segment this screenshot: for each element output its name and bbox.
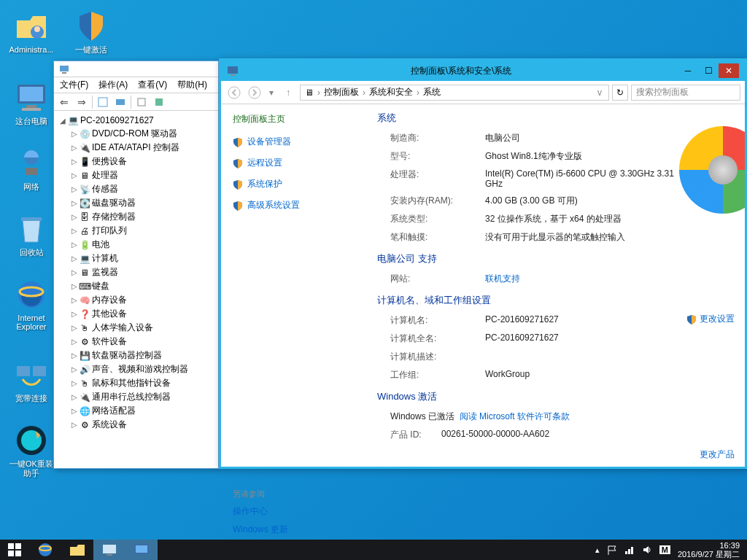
forward-icon[interactable]: ⇒ bbox=[74, 95, 89, 109]
toolbar-icon[interactable] bbox=[96, 95, 110, 109]
expand-icon[interactable]: ▷ bbox=[70, 338, 79, 346]
expand-icon[interactable]: ▷ bbox=[70, 158, 79, 166]
menu-help[interactable]: 帮助(H) bbox=[174, 77, 210, 93]
minimize-button[interactable]: ─ bbox=[678, 63, 698, 78]
tree-node[interactable]: ▷💽磁盘驱动器 bbox=[70, 196, 217, 210]
expand-icon[interactable]: ▷ bbox=[70, 268, 79, 276]
menu-view[interactable]: 查看(V) bbox=[135, 77, 170, 93]
taskbar-devmgr[interactable] bbox=[93, 540, 125, 560]
tray-ime-indicator[interactable]: M bbox=[659, 545, 670, 554]
windows-update-link[interactable]: Windows 更新 bbox=[233, 524, 355, 536]
expand-icon[interactable]: ▷ bbox=[70, 365, 79, 373]
tree-node[interactable]: ▷🗄存储控制器 bbox=[70, 210, 217, 224]
tree-node[interactable]: ▷💿DVD/CD-ROM 驱动器 bbox=[70, 127, 217, 141]
expand-icon[interactable]: ▷ bbox=[70, 379, 79, 387]
expand-icon[interactable]: ▷ bbox=[70, 421, 79, 429]
maximize-button[interactable]: ☐ bbox=[698, 63, 719, 78]
tray-clock[interactable]: 16:39 2016/9/27 星期二 bbox=[678, 541, 740, 559]
expand-icon[interactable]: ▷ bbox=[70, 393, 79, 401]
nav-history-button[interactable]: ▾ bbox=[266, 84, 276, 101]
breadcrumb[interactable]: 🖥 › 控制面板 › 系统和安全 › 系统 v bbox=[300, 85, 609, 101]
tree-node[interactable]: ▷⚙软件设备 bbox=[70, 335, 217, 349]
tree-node[interactable]: ▷🌐网络适配器 bbox=[70, 404, 217, 418]
toolbar-icon[interactable] bbox=[152, 95, 166, 109]
crumb-system[interactable]: 系统 bbox=[423, 86, 441, 98]
expand-icon[interactable]: ▷ bbox=[70, 213, 79, 221]
toolbar-icon[interactable] bbox=[113, 95, 128, 109]
sidebar-remote-link[interactable]: 远程设置 bbox=[233, 157, 355, 169]
device-tree[interactable]: ◢ 💻 PC-201609271627 ▷💿DVD/CD-ROM 驱动器▷🔌ID… bbox=[54, 111, 218, 468]
tree-node[interactable]: ▷🖥处理器 bbox=[70, 168, 217, 182]
nav-back-button[interactable] bbox=[225, 84, 243, 101]
close-button[interactable]: ✕ bbox=[719, 63, 739, 78]
tray-flag-icon[interactable] bbox=[607, 545, 617, 555]
desktop-icon-activate[interactable]: 一键激活 bbox=[66, 9, 117, 55]
chevron-down-icon[interactable]: v bbox=[595, 88, 604, 98]
expand-icon[interactable]: ▷ bbox=[70, 171, 79, 179]
expand-icon[interactable]: ▷ bbox=[70, 282, 79, 290]
sidebar-protect-link[interactable]: 系统保护 bbox=[233, 178, 355, 190]
desktop-icon-ie[interactable]: Internet Explorer bbox=[6, 277, 57, 331]
tray-network-icon[interactable] bbox=[624, 545, 635, 555]
tree-node[interactable]: ▷🔌IDE ATA/ATAPI 控制器 bbox=[70, 141, 217, 155]
expand-icon[interactable]: ▷ bbox=[70, 296, 79, 304]
expand-icon[interactable]: ▷ bbox=[70, 199, 79, 207]
tray-expand-icon[interactable]: ▴ bbox=[595, 545, 600, 555]
tree-node[interactable]: ▷⚙系统设备 bbox=[70, 418, 217, 432]
start-button[interactable] bbox=[0, 540, 29, 560]
change-product-link[interactable]: 更改产品 bbox=[700, 448, 735, 461]
menu-action[interactable]: 操作(A) bbox=[96, 77, 131, 93]
tree-node[interactable]: ▷🔋电池 bbox=[70, 238, 217, 252]
desktop-icon-network[interactable]: 网络 bbox=[6, 146, 57, 192]
refresh-button[interactable]: ↻ bbox=[612, 85, 628, 101]
tree-node[interactable]: ▷🔌通用串行总线控制器 bbox=[70, 390, 217, 404]
tree-root-node[interactable]: ◢ 💻 PC-201609271627 bbox=[58, 114, 217, 127]
tree-node[interactable]: ▷🖥监视器 bbox=[70, 265, 217, 279]
sidebar-advanced-link[interactable]: 高级系统设置 bbox=[233, 199, 355, 211]
expand-icon[interactable]: ▷ bbox=[70, 144, 79, 152]
tree-node[interactable]: ▷🧠内存设备 bbox=[70, 293, 217, 307]
tray-volume-icon[interactable] bbox=[642, 545, 652, 555]
expand-icon[interactable]: ▷ bbox=[70, 254, 79, 262]
tree-node[interactable]: ▷❓其他设备 bbox=[70, 307, 217, 321]
expand-icon[interactable]: ▷ bbox=[70, 227, 79, 235]
nav-forward-button[interactable] bbox=[246, 84, 263, 101]
taskbar-explorer[interactable] bbox=[61, 540, 93, 560]
tree-node[interactable]: ▷📱便携设备 bbox=[70, 155, 217, 168]
tree-node[interactable]: ▷📡传感器 bbox=[70, 182, 217, 196]
expand-icon[interactable]: ▷ bbox=[70, 351, 79, 359]
change-settings-link[interactable]: 更改设置 bbox=[686, 313, 735, 325]
back-icon[interactable]: ⇐ bbox=[57, 95, 71, 109]
crumb-home[interactable]: 控制面板 bbox=[324, 86, 359, 98]
desktop-icon-admin[interactable]: Administra... bbox=[6, 9, 57, 55]
nav-up-button[interactable]: ↑ bbox=[279, 84, 297, 101]
tree-node[interactable]: ▷⌨键盘 bbox=[70, 279, 217, 293]
crumb-security[interactable]: 系统和安全 bbox=[369, 86, 413, 98]
expand-icon[interactable]: ▷ bbox=[70, 310, 79, 318]
desktop-icon-recycle[interactable]: 回收站 bbox=[6, 211, 57, 257]
sidebar-devmgr-link[interactable]: 设备管理器 bbox=[233, 136, 355, 148]
expand-icon[interactable]: ▷ bbox=[70, 241, 79, 249]
cpl-titlebar[interactable]: 控制面板\系统和安全\系统 ─ ☐ ✕ bbox=[221, 61, 745, 81]
desktop-icon-broadband[interactable]: 宽带连接 bbox=[6, 357, 57, 403]
menu-file[interactable]: 文件(F) bbox=[57, 77, 91, 93]
action-center-link[interactable]: 操作中心 bbox=[233, 505, 355, 518]
collapse-icon[interactable]: ◢ bbox=[58, 117, 67, 125]
expand-icon[interactable]: ▷ bbox=[70, 185, 79, 193]
tree-node[interactable]: ▷🖱人体学输入设备 bbox=[70, 321, 217, 335]
toolbar-icon[interactable] bbox=[134, 95, 149, 109]
search-input[interactable]: 搜索控制面板 bbox=[631, 85, 740, 101]
tree-node[interactable]: ▷🔊声音、视频和游戏控制器 bbox=[70, 362, 217, 376]
taskbar-controlpanel[interactable] bbox=[125, 540, 158, 560]
tree-node[interactable]: ▷💻计算机 bbox=[70, 252, 217, 265]
expand-icon[interactable]: ▷ bbox=[70, 130, 79, 138]
taskbar-ie[interactable] bbox=[29, 540, 61, 560]
tree-node[interactable]: ▷💾软盘驱动器控制器 bbox=[70, 349, 217, 362]
desktop-icon-reinstall[interactable]: 一键OK重装助手 bbox=[6, 423, 57, 478]
sidebar-home-link[interactable]: 控制面板主页 bbox=[233, 113, 355, 125]
tree-node[interactable]: ▷🖨打印队列 bbox=[70, 224, 217, 238]
license-terms-link[interactable]: 阅读 Microsoft 软件许可条款 bbox=[460, 411, 570, 421]
expand-icon[interactable]: ▷ bbox=[70, 407, 79, 415]
devmgr-titlebar[interactable] bbox=[54, 61, 218, 77]
tree-node[interactable]: ▷🖱鼠标和其他指针设备 bbox=[70, 376, 217, 390]
